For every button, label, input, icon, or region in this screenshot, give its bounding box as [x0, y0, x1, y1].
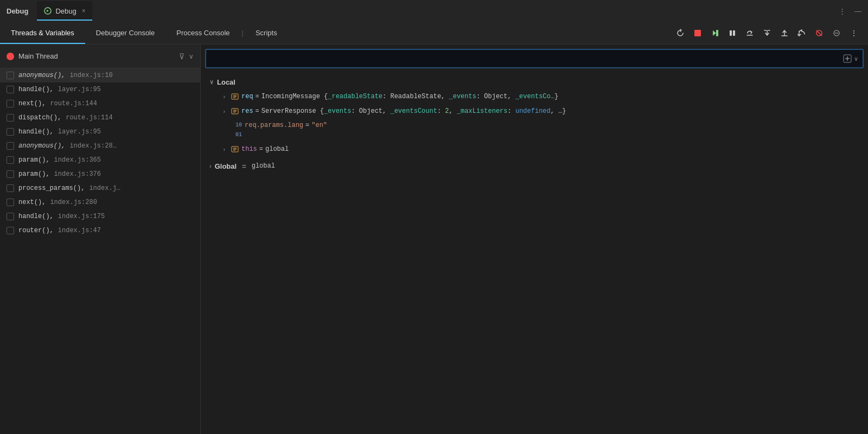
stack-frame-11[interactable]: router(), index.js:47: [0, 224, 200, 238]
thread-chevron-button[interactable]: ∨: [189, 53, 194, 60]
stack-frame-4[interactable]: handle(), layer.js:95: [0, 125, 200, 139]
stack-frame-icon-1: [7, 86, 14, 93]
expression-chevron-icon[interactable]: ∨: [854, 55, 858, 62]
stack-frame-1[interactable]: handle(), layer.js:95: [0, 82, 200, 97]
stack-func-7: param(),: [18, 170, 50, 178]
tab-separator: |: [241, 29, 245, 37]
toolbar: ⋮: [673, 25, 868, 41]
thread-selector[interactable]: Main Thread ⊽ ∨: [0, 44, 200, 68]
stack-frame-0[interactable]: anonymous(), index.js:10: [0, 68, 200, 82]
svg-rect-2: [730, 30, 732, 36]
local-section-label: Local: [217, 78, 235, 86]
expression-actions: ∨: [843, 54, 858, 63]
stack-func-0: anonymous(),: [18, 72, 65, 79]
local-chevron: ∨: [209, 79, 214, 86]
stack-file-5: index.js:28…: [69, 142, 116, 150]
local-section-header[interactable]: ∨ Local: [201, 75, 868, 90]
disable-breakpoints-button[interactable]: [829, 25, 844, 41]
var-name-req: req: [241, 92, 253, 101]
thread-status-dot: [7, 53, 14, 60]
stack-frame-icon-4: [7, 128, 14, 136]
more-actions-button[interactable]: ⋮: [839, 7, 846, 15]
restart-button[interactable]: [673, 25, 688, 41]
stack-file-8: index.j…: [89, 184, 120, 192]
stack-frame-icon-6: [7, 156, 14, 164]
var-eq-req: =: [256, 92, 259, 101]
main-content: Main Thread ⊽ ∨ anonymous(), index.js:10…: [0, 44, 868, 434]
stack-func-3: dispatch(),: [18, 114, 61, 122]
pause-button[interactable]: [725, 25, 740, 41]
var-name-res: res: [241, 106, 253, 116]
step-into-button[interactable]: [760, 25, 775, 41]
breakpoints-button[interactable]: [812, 25, 827, 41]
stack-frame-8[interactable]: process_params(), index.j…: [0, 181, 200, 195]
global-section: › Global = global: [201, 159, 868, 174]
stack-func-4: handle(),: [18, 128, 54, 136]
stack-frame-icon-0: [7, 72, 14, 79]
variables-tree: ∨ Local › req = IncomingMessage {_readab…: [201, 73, 868, 434]
expression-input[interactable]: [210, 55, 843, 63]
var-row-res[interactable]: › res = ServerResponse {_events: Object,…: [201, 104, 868, 119]
tab-close-button[interactable]: ×: [82, 7, 86, 15]
expression-add-icon: [843, 54, 852, 63]
stack-file-6: index.js:365: [54, 156, 101, 164]
stack-file-7: index.js:376: [54, 170, 101, 178]
left-panel: Main Thread ⊽ ∨ anonymous(), index.js:10…: [0, 44, 201, 434]
stack-frame-icon-7: [7, 170, 14, 178]
stack-func-5: anonymous(),: [18, 142, 65, 150]
stack-func-6: param(),: [18, 156, 50, 164]
stack-frame-3[interactable]: dispatch(), route.js:114: [0, 111, 200, 125]
debug-tab-label: Debug: [55, 7, 76, 15]
thread-filter-button[interactable]: ⊽: [179, 52, 184, 61]
global-section-header[interactable]: › Global = global: [201, 159, 868, 174]
var-row-req[interactable]: › req = IncomingMessage {_readableState:…: [201, 90, 868, 104]
tab-debugger-console[interactable]: Debugger Console: [85, 22, 165, 44]
stack-frame-list: anonymous(), index.js:10 handle(), layer…: [0, 68, 200, 434]
stack-frame-icon-3: [7, 114, 14, 122]
step-back-button[interactable]: [794, 25, 809, 41]
stack-frame-7[interactable]: param(), index.js:376: [0, 167, 200, 181]
var-name-this: this: [241, 144, 257, 154]
var-value-res: ServerResponse {_events: Object, _events…: [261, 106, 566, 116]
stack-frame-2[interactable]: next(), route.js:144: [0, 97, 200, 111]
step-out-button[interactable]: [777, 25, 792, 41]
continue-button[interactable]: [707, 25, 723, 41]
global-chevron: ›: [209, 163, 212, 169]
stack-frame-icon-11: [7, 227, 14, 234]
svg-rect-1: [694, 30, 701, 36]
stop-button[interactable]: [690, 25, 705, 41]
stack-func-1: handle(),: [18, 86, 54, 93]
stack-frame-icon-5: [7, 142, 14, 150]
var-expand-this: ›: [222, 145, 229, 155]
stack-frame-6[interactable]: param(), index.js:365: [0, 153, 200, 167]
expression-bar: ∨: [205, 49, 864, 68]
thread-name-label: Main Thread: [18, 52, 175, 60]
tab-threads-variables[interactable]: Threads & Variables: [0, 22, 85, 44]
stack-frame-10[interactable]: handle(), index.js:175: [0, 209, 200, 224]
var-value-this: global: [265, 144, 289, 154]
var-eq-lang: =: [305, 120, 309, 130]
var-row-req-params-lang[interactable]: 1001 req.params.lang = "en": [201, 118, 868, 142]
var-name-lang: req.params.lang: [245, 120, 303, 130]
stack-file-3: route.js:114: [66, 114, 112, 122]
stack-frame-icon-2: [7, 100, 14, 107]
minimize-button[interactable]: —: [854, 7, 861, 15]
toolbar-more-button[interactable]: ⋮: [846, 25, 861, 41]
var-expand-req: ›: [222, 93, 229, 102]
local-section: ∨ Local › req = IncomingMessage {_readab…: [201, 75, 868, 157]
stack-frame-5[interactable]: anonymous(), index.js:28…: [0, 139, 200, 153]
right-panel: ∨ ∨ Local ›: [201, 44, 868, 434]
var-icon-res: [231, 107, 239, 115]
global-section-label: Global: [215, 162, 237, 170]
var-icon-this: [231, 145, 239, 153]
debug-tab[interactable]: Debug ×: [37, 1, 92, 21]
stack-file-1: layer.js:95: [58, 86, 101, 93]
stack-frame-9[interactable]: next(), index.js:280: [0, 195, 200, 209]
var-row-this[interactable]: › this = global: [201, 142, 868, 157]
stack-file-4: layer.js:95: [58, 128, 101, 136]
step-over-button[interactable]: [742, 25, 757, 41]
stack-file-10: index.js:175: [58, 213, 105, 220]
var-expand-res: ›: [222, 107, 229, 117]
tab-process-console[interactable]: Process Console: [165, 22, 240, 44]
tab-scripts[interactable]: Scripts: [245, 22, 288, 44]
